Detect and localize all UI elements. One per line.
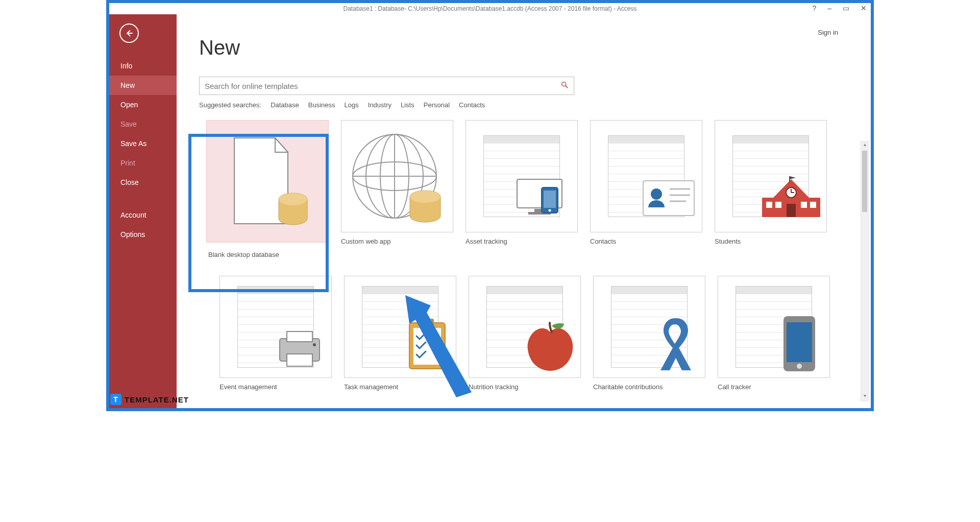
minimize-button[interactable]: – [827, 4, 831, 12]
template-search[interactable] [199, 77, 574, 95]
smartphone-icon [780, 314, 821, 375]
template-label: Blank desktop database [206, 248, 329, 258]
suggested-lists[interactable]: Lists [401, 101, 414, 109]
suggested-contacts[interactable]: Contacts [459, 101, 485, 109]
template-label: Charitable contributions [593, 383, 705, 391]
svg-line-2 [566, 86, 568, 88]
template-label: Custom web app [341, 238, 453, 245]
school-icon [758, 175, 824, 221]
sidebar-item-save-as[interactable]: Save As [109, 134, 177, 153]
svg-point-4 [279, 193, 307, 205]
close-button[interactable]: ✕ [861, 4, 867, 12]
suggested-business[interactable]: Business [308, 101, 335, 109]
template-label: Nutrition tracking [469, 383, 581, 391]
template-label: Task management [344, 383, 456, 391]
vertical-scrollbar[interactable]: ▴ ▾ [861, 141, 869, 401]
svg-point-20 [651, 188, 662, 200]
watermark: T TEMPLATE.NET [110, 394, 189, 405]
template-blank-desktop-database[interactable]: Blank desktop database [206, 120, 329, 258]
template-label: Call tracker [718, 383, 830, 391]
suggested-personal[interactable]: Personal [424, 101, 450, 109]
svg-rect-33 [810, 202, 816, 208]
template-label: Event management [219, 383, 332, 391]
scroll-down-button[interactable]: ▾ [861, 393, 868, 401]
template-grid: Blank desktop database [199, 120, 838, 391]
fax-printer-icon [276, 329, 327, 370]
sidebar-item-info[interactable]: Info [109, 56, 177, 76]
help-icon[interactable]: ? [812, 4, 816, 12]
template-contacts[interactable]: Contacts [590, 120, 702, 258]
template-label: Asset tracking [465, 238, 578, 245]
template-call-tracker[interactable]: Call tracker [718, 276, 830, 391]
scroll-up-button[interactable]: ▴ [861, 141, 868, 150]
awareness-ribbon-icon [652, 314, 698, 375]
document-database-icon [224, 133, 311, 230]
svg-rect-31 [775, 202, 781, 208]
suggested-logs[interactable]: Logs [345, 101, 359, 109]
monitor-device-icon [514, 176, 570, 222]
restore-button[interactable]: ▭ [843, 4, 849, 12]
svg-rect-19 [643, 181, 694, 216]
globe-database-icon [346, 125, 448, 227]
sidebar-item-open[interactable]: Open [109, 95, 177, 114]
scroll-thumb[interactable] [862, 151, 867, 212]
svg-point-39 [313, 343, 316, 346]
svg-rect-30 [766, 202, 772, 208]
svg-point-18 [549, 209, 551, 212]
svg-rect-44 [787, 322, 812, 362]
watermark-text: TEMPLATE.NET [125, 395, 189, 404]
sidebar-item-close[interactable]: Close [109, 173, 177, 192]
suggested-industry[interactable]: Industry [368, 101, 391, 109]
template-event-management[interactable]: Event management [219, 276, 332, 391]
sidebar-item-save: Save [109, 114, 177, 134]
search-icon[interactable] [560, 81, 569, 91]
template-search-input[interactable] [205, 82, 560, 90]
apple-icon [522, 318, 578, 374]
backstage-sidebar: Info New Open Save Save As Print Close A… [109, 14, 177, 408]
svg-rect-17 [544, 191, 556, 208]
arrow-left-icon [125, 29, 134, 38]
svg-rect-42 [421, 319, 434, 327]
watermark-badge-icon: T [110, 394, 121, 405]
svg-rect-26 [787, 204, 796, 217]
svg-point-12 [410, 191, 440, 203]
template-task-management[interactable]: Task management [344, 276, 456, 391]
titlebar: Database1 : Database- C:\Users\Hp\Docume… [109, 3, 871, 14]
backstage-content: Sign in New Suggested searches: Database… [177, 14, 871, 408]
window-title: Database1 : Database- C:\Users\Hp\Docume… [344, 5, 637, 12]
svg-marker-35 [790, 176, 796, 179]
svg-rect-38 [287, 354, 312, 366]
page-title: New [199, 36, 848, 59]
sidebar-item-print: Print [109, 153, 177, 173]
sign-in-link[interactable]: Sign in [818, 29, 838, 36]
clipboard-check-icon [405, 317, 451, 373]
suggested-searches: Suggested searches: Database Business Lo… [199, 101, 848, 109]
template-charitable-contributions[interactable]: Charitable contributions [593, 276, 705, 391]
sidebar-item-new[interactable]: New [109, 76, 177, 95]
template-students[interactable]: Students [715, 120, 827, 258]
svg-rect-32 [801, 202, 807, 208]
template-nutrition-tracking[interactable]: Nutrition tracking [469, 276, 581, 391]
template-label: Students [715, 238, 827, 245]
sidebar-item-options[interactable]: Options [109, 225, 177, 244]
svg-point-45 [797, 364, 802, 369]
svg-rect-37 [287, 331, 312, 342]
suggested-label: Suggested searches: [199, 101, 261, 109]
template-label: Contacts [590, 238, 702, 245]
sidebar-item-account[interactable]: Account [109, 205, 177, 225]
back-button[interactable] [119, 23, 139, 43]
suggested-database[interactable]: Database [271, 101, 299, 109]
template-asset-tracking[interactable]: Asset tracking [465, 120, 578, 258]
template-custom-web-app[interactable]: Custom web app [341, 120, 453, 258]
svg-point-1 [562, 82, 566, 86]
contact-card-icon [641, 179, 697, 220]
